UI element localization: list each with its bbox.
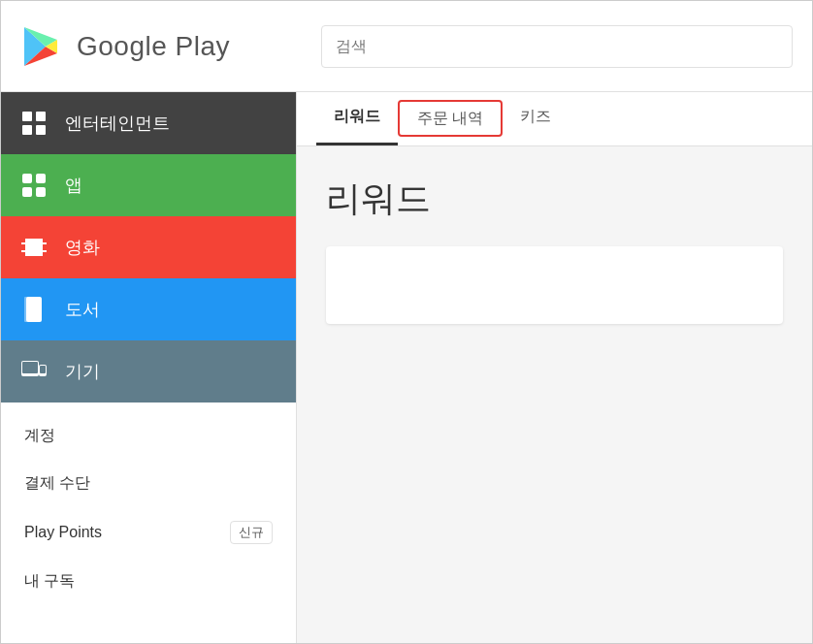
svg-rect-13 [21,244,25,250]
tab-kids[interactable]: 키즈 [503,91,569,145]
svg-rect-14 [43,244,47,250]
content-body: 리워드 [297,146,812,644]
sidebar-item-device[interactable]: 기기 [1,340,296,402]
page-title: 리워드 [326,176,783,223]
sidebar-item-account[interactable]: 계정 [1,412,296,460]
svg-rect-4 [22,174,32,183]
logo-area: Google Play [20,23,321,70]
tab-rewards[interactable]: 리워드 [316,91,398,145]
new-badge: 신규 [230,521,273,544]
account-label: 계정 [24,426,55,446]
tabs-bar: 리워드 주문 내역 키즈 [297,92,812,146]
svg-rect-0 [22,112,32,121]
logo-text: Google Play [77,31,230,62]
entertainment-label: 엔터테인먼트 [65,112,170,135]
svg-rect-12 [43,252,47,256]
search-input[interactable] [321,25,793,68]
svg-rect-1 [36,112,46,121]
svg-rect-5 [36,174,46,183]
svg-rect-20 [40,366,46,373]
movie-icon [20,234,48,261]
tab-orders[interactable]: 주문 내역 [398,100,503,137]
sidebar: 엔터테인먼트 앱 [1,92,297,644]
payment-label: 결제 수단 [24,473,90,494]
movie-label: 영화 [65,236,100,259]
svg-rect-6 [22,187,32,197]
svg-rect-3 [36,125,46,135]
device-icon [20,358,48,385]
sidebar-item-movie[interactable]: 영화 [1,216,296,278]
reward-card [326,246,783,324]
google-play-logo-icon [20,23,67,70]
entertainment-icon [20,110,48,137]
sidebar-item-book[interactable]: 도서 [1,278,296,340]
sidebar-menu: 계정 결제 수단 Play Points 신규 내 구독 [1,402,296,615]
main-layout: 엔터테인먼트 앱 [1,92,812,644]
sidebar-item-app[interactable]: 앱 [1,154,296,216]
book-icon [20,296,48,323]
play-points-label: Play Points [24,524,102,541]
svg-rect-11 [21,252,25,256]
app-label: 앱 [65,174,82,197]
svg-rect-15 [26,297,42,322]
sidebar-item-payment[interactable]: 결제 수단 [1,460,296,507]
content-area: 리워드 주문 내역 키즈 리워드 [297,92,812,644]
svg-rect-18 [22,362,38,373]
app-icon [20,172,48,199]
svg-rect-9 [21,239,25,242]
sidebar-item-entertainment[interactable]: 엔터테인먼트 [1,92,296,154]
svg-rect-7 [36,187,46,197]
sidebar-item-subscriptions[interactable]: 내 구독 [1,558,296,605]
device-label: 기기 [65,360,100,383]
sidebar-item-play-points[interactable]: Play Points 신규 [1,507,296,558]
svg-rect-10 [43,239,47,242]
subscriptions-label: 내 구독 [24,571,75,592]
svg-rect-16 [24,297,28,322]
svg-rect-2 [22,125,32,135]
header: Google Play [1,1,812,92]
book-label: 도서 [65,298,100,321]
